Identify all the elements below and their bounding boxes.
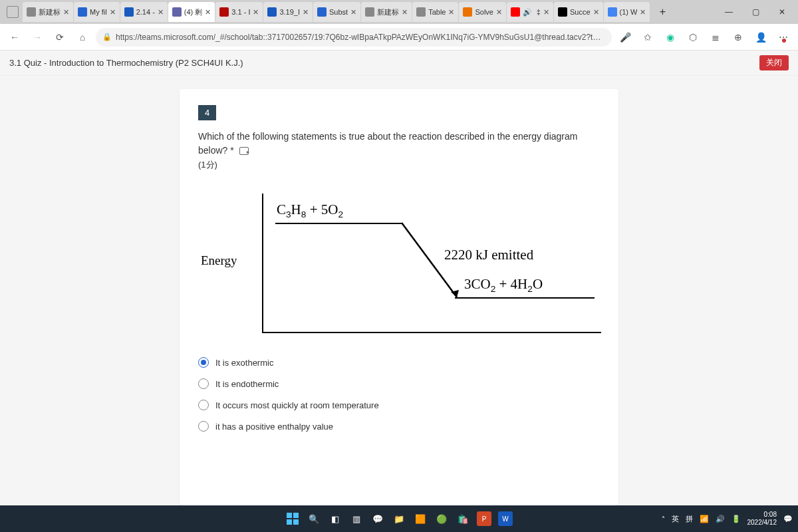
close-icon[interactable]: ✕: [63, 8, 69, 17]
collections-icon[interactable]: ⊕: [729, 28, 747, 47]
tab-title: Table: [428, 8, 446, 16]
close-icon[interactable]: ✕: [593, 8, 599, 17]
widgets-icon[interactable]: ▥: [348, 510, 365, 527]
energy-diagram: Energy C3H8 + 5O2 2220 kJ emitted 3CO2 +…: [198, 187, 600, 340]
tab-title: (1) W: [620, 8, 638, 16]
quiz-header: 3.1 Quiz - Introduction to Thermochemist…: [0, 51, 798, 76]
nav-refresh[interactable]: ⟳: [51, 28, 69, 47]
y-axis-label: Energy: [201, 253, 237, 268]
close-icon[interactable]: ✕: [303, 8, 309, 17]
new-tab-button[interactable]: +: [653, 3, 672, 21]
favorites-bar-icon[interactable]: ≣: [706, 28, 725, 47]
tab-favicon: [267, 7, 277, 17]
browser-tab[interactable]: 🔊 ‡✕: [507, 2, 553, 22]
answer-option-label: It is endothermic: [215, 379, 279, 389]
close-icon[interactable]: ✕: [253, 8, 259, 17]
browser-tab[interactable]: 2.14 -✕: [120, 2, 168, 22]
browser-tab[interactable]: My fil✕: [74, 2, 120, 22]
answer-option[interactable]: It occurs most quickly at room temperatu…: [198, 394, 600, 416]
browser-tab[interactable]: Subst✕: [313, 2, 360, 22]
search-icon[interactable]: 🔍: [305, 510, 323, 527]
tab-favicon: [365, 7, 374, 17]
close-icon[interactable]: ✕: [402, 8, 408, 17]
tab-actions-icon[interactable]: [7, 6, 19, 18]
tab-favicon: [608, 7, 617, 17]
browser-tab[interactable]: 新建标✕: [23, 2, 73, 22]
task-view-icon[interactable]: ◧: [327, 510, 344, 527]
explorer-icon[interactable]: 📁: [390, 510, 408, 527]
nav-home[interactable]: ⌂: [73, 28, 92, 47]
lock-icon: 🔒: [102, 33, 112, 41]
browser-tab[interactable]: 3.19_I✕: [263, 2, 313, 22]
close-icon[interactable]: ✕: [640, 8, 646, 17]
close-icon[interactable]: ✕: [158, 8, 164, 17]
taskbar-right: ˄ 英 拼 📶 🔊 🔋 0:08 2022/4/12 💬: [662, 511, 793, 527]
ime-mode[interactable]: 拼: [686, 514, 693, 524]
radio-icon: [198, 400, 209, 410]
browser-tab[interactable]: 新建标✕: [361, 2, 412, 22]
close-icon[interactable]: ✕: [496, 8, 502, 17]
product-label: 3CO2 + 4H2O: [464, 276, 543, 294]
browser-tab[interactable]: 3.1 - I✕: [215, 2, 263, 22]
browser-tab[interactable]: (4) 剩✕: [168, 2, 215, 22]
nav-back[interactable]: ←: [5, 28, 24, 47]
tab-favicon: [463, 7, 472, 17]
extension-icon[interactable]: ⬡: [684, 28, 702, 47]
app-icon-1[interactable]: 🟧: [412, 510, 429, 527]
close-icon[interactable]: ✕: [543, 8, 549, 17]
answer-option[interactable]: It is endothermic: [198, 373, 600, 394]
wifi-icon[interactable]: 📶: [700, 515, 709, 523]
energy-emitted-label: 2220 kJ emitted: [444, 247, 533, 263]
chat-icon[interactable]: 💬: [369, 510, 386, 527]
immersive-reader-icon[interactable]: [239, 147, 249, 155]
tab-favicon: [172, 7, 182, 17]
nav-forward[interactable]: →: [28, 28, 47, 47]
ime-lang[interactable]: 英: [672, 514, 679, 524]
window-minimize[interactable]: —: [716, 0, 742, 24]
answer-option[interactable]: it has a positive enthalpy value: [198, 416, 600, 437]
start-button[interactable]: [284, 510, 301, 527]
question-text: Which of the following statements is tru…: [198, 130, 600, 158]
menu-icon[interactable]: ⋯: [774, 28, 793, 47]
radio-icon: [198, 421, 209, 432]
tab-title: 新建标: [377, 7, 399, 17]
browser-tab[interactable]: Succe✕: [554, 2, 603, 22]
tab-favicon: [78, 7, 87, 17]
store-icon[interactable]: 🛍️: [454, 510, 471, 527]
tab-title: 3.1 - I: [231, 8, 250, 16]
browser-tab[interactable]: Solve✕: [459, 2, 506, 22]
tab-favicon: [219, 7, 229, 17]
grammarly-icon[interactable]: ◉: [661, 28, 680, 47]
word-icon[interactable]: W: [497, 510, 514, 527]
close-icon[interactable]: ✕: [448, 8, 454, 17]
window-controls: — ▢ ✕: [716, 0, 795, 24]
sound-icon[interactable]: 🔊: [716, 515, 725, 523]
tab-title: Solve: [475, 8, 493, 16]
notifications-icon[interactable]: 💬: [783, 515, 793, 523]
answer-option[interactable]: It is exothermic: [198, 352, 600, 373]
close-icon[interactable]: ✕: [110, 8, 116, 17]
address-bar[interactable]: 🔒 https://teams.microsoft.com/_#/school/…: [96, 28, 612, 47]
tab-title: 3.19_I: [279, 8, 300, 16]
quiz-close-button[interactable]: 关闭: [759, 55, 789, 70]
taskbar-clock[interactable]: 0:08 2022/4/12: [747, 511, 777, 527]
powerpoint-icon[interactable]: P: [475, 510, 493, 527]
profile-icon[interactable]: 👤: [751, 28, 770, 47]
browser-tab[interactable]: (1) W✕: [604, 2, 650, 22]
close-icon[interactable]: ✕: [350, 8, 356, 17]
answer-option-label: It is exothermic: [215, 358, 273, 368]
tab-favicon: [317, 7, 327, 17]
browser-tab[interactable]: Table✕: [412, 2, 458, 22]
edge-icon[interactable]: 🟢: [433, 510, 450, 527]
tray-overflow-icon[interactable]: ˄: [662, 515, 665, 523]
svg-rect-2: [287, 513, 292, 518]
browser-toolbar: ← → ⟳ ⌂ 🔒 https://teams.microsoft.com/_#…: [0, 24, 798, 51]
window-maximize[interactable]: ▢: [742, 0, 769, 24]
mic-icon[interactable]: 🎤: [616, 28, 634, 47]
favorite-icon[interactable]: ✩: [638, 28, 657, 47]
tab-favicon: [558, 7, 567, 17]
close-icon[interactable]: ✕: [205, 8, 211, 17]
svg-rect-4: [287, 519, 292, 525]
battery-icon[interactable]: 🔋: [732, 515, 741, 523]
window-close[interactable]: ✕: [769, 0, 795, 24]
